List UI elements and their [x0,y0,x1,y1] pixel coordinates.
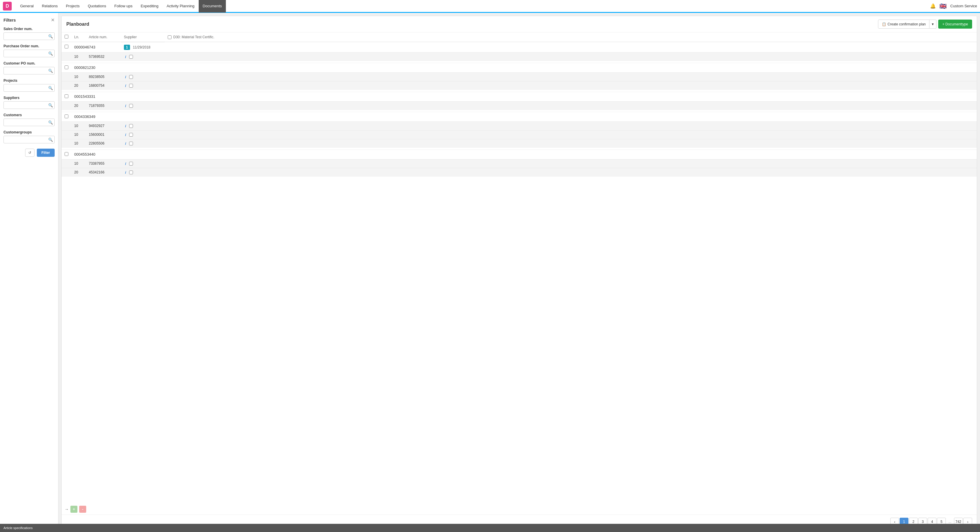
order-header-row[interactable]: 0001543331 [62,92,977,101]
line-article-num: 89238505 [86,72,121,81]
line-checkbox-cell [62,72,71,81]
filter-input-suppliers[interactable] [3,101,55,109]
filter-input-wrap-sales-order: 🔍 [3,32,55,40]
info-button[interactable]: i [124,141,127,146]
line-info-cell: i [121,139,165,148]
order-header-row[interactable]: 0000821230 [62,63,977,72]
line-checkbox-cell [62,101,71,110]
order-select-checkbox[interactable] [65,152,68,156]
info-button[interactable]: i [124,133,127,137]
line-d30-checkbox[interactable] [129,75,133,79]
nav-item-projects[interactable]: Projects [62,0,84,13]
create-plan-group: 📋 Create confirmation plan ▾ [878,19,937,29]
nav-item-follow-ups[interactable]: Follow ups [110,0,137,13]
language-flag-icon[interactable]: 🇬🇧 [939,3,947,10]
search-icon-customergroups[interactable]: 🔍 [48,138,53,142]
sidebar-close-icon[interactable]: ✕ [51,17,55,23]
info-button[interactable]: i [124,55,127,59]
info-button[interactable]: i [124,75,127,79]
filter-input-sales-order[interactable] [3,32,55,40]
remove-row-button[interactable]: - [79,506,86,513]
notification-bell-icon[interactable]: 🔔 [930,3,936,9]
filter-input-customergroups[interactable] [3,136,55,143]
order-line-row[interactable]: 2016800754i [62,81,977,90]
th-supplier: Supplier [121,32,165,42]
nav-item-general[interactable]: General [16,0,38,13]
line-d30-checkbox[interactable] [129,170,133,174]
nav-item-expediting[interactable]: Expediting [137,0,162,13]
search-icon-sales-order[interactable]: 🔍 [48,34,53,38]
line-d30-checkbox[interactable] [129,141,133,145]
main-header: Planboard 📋 Create confirmation plan ▾ +… [62,16,977,32]
line-d30-checkbox[interactable] [129,133,133,137]
search-icon-customer-po[interactable]: 🔍 [48,68,53,73]
info-button[interactable]: i [124,170,127,175]
nav-item-documents[interactable]: Documents [199,0,226,13]
line-checkbox-cell [62,139,71,148]
add-documenttype-button[interactable]: + Documenttype [938,19,972,29]
search-icon-purchase-order[interactable]: 🔍 [48,51,53,56]
sidebar-header: Filters ✕ [3,17,55,23]
top-navigation: D General Relations Projects Quotations … [0,0,980,13]
filter-input-customer-po[interactable] [3,67,55,75]
line-d30-checkbox[interactable] [129,84,133,87]
arrow-right-button[interactable]: → [65,507,68,511]
order-number: 0000821230 [74,65,95,70]
bottom-bar: Article specifications [0,524,980,532]
article-specs-label: Article specifications [3,526,33,530]
select-all-checkbox[interactable] [65,35,68,38]
create-confirmation-plan-button[interactable]: 📋 Create confirmation plan [878,19,930,29]
nav-item-activity-planning[interactable]: Activity Planning [162,0,198,13]
search-icon-customers[interactable]: 🔍 [48,120,53,125]
line-d30-checkbox[interactable] [129,124,133,128]
order-line-row[interactable]: 2045342166i [62,168,977,177]
line-article-num: 71879355 [86,101,121,110]
th-article-num: Article num. [86,32,121,42]
line-info-cell: i [121,101,165,110]
order-badge-date-cell [121,92,165,97]
order-line-row[interactable]: 1022805506i [62,139,977,148]
line-d30-checkbox[interactable] [129,162,133,165]
order-line-row[interactable]: 1015600001i [62,130,977,139]
info-button[interactable]: i [124,104,127,108]
order-select-checkbox[interactable] [65,114,68,118]
line-d30-checkbox[interactable] [129,104,133,108]
th-d30: D30: Material Test Certific. [165,32,977,42]
filter-button[interactable]: Filter [37,149,55,157]
nav-item-relations[interactable]: Relations [38,0,62,13]
order-line-row[interactable]: 1089238505i [62,72,977,81]
th-d30-checkbox[interactable] [168,35,172,39]
order-header-row[interactable]: 0000046743111/29/2018 [62,42,977,52]
order-select-checkbox[interactable] [65,94,68,98]
info-button[interactable]: i [124,162,127,166]
line-d30-checkbox[interactable] [129,55,133,59]
filter-input-wrap-customergroups: 🔍 [3,136,55,143]
order-header-row[interactable]: 0004336349 [62,112,977,121]
search-icon-suppliers[interactable]: 🔍 [48,103,53,108]
line-article-num: 57369532 [86,52,121,61]
order-line-row[interactable]: 1057369532i [62,52,977,61]
order-line-row[interactable]: 1073387955i [62,159,977,168]
reset-button[interactable]: ↺ [25,149,35,157]
filter-input-projects[interactable] [3,84,55,92]
info-button[interactable]: i [124,124,127,128]
order-line-row[interactable]: 1094932927i [62,121,977,130]
add-row-button[interactable]: + [70,506,78,513]
filter-input-customers[interactable] [3,119,55,126]
filter-group-projects: Projects 🔍 [3,79,55,92]
app-logo[interactable]: D [3,2,12,11]
sidebar-title: Filters [3,18,16,22]
main-layout: Filters ✕ Sales Order num. 🔍 Purchase Or… [0,13,980,532]
filter-input-purchase-order[interactable] [3,50,55,57]
nav-item-quotations[interactable]: Quotations [84,0,110,13]
bottom-bar-article-specs[interactable]: Article specifications [3,526,33,530]
order-line-row[interactable]: 2071879355i [62,101,977,110]
create-plan-dropdown-button[interactable]: ▾ [929,19,937,29]
order-select-checkbox[interactable] [65,44,68,48]
line-article-num: 22805506 [86,139,121,148]
filter-input-wrap-customer-po: 🔍 [3,67,55,75]
info-button[interactable]: i [124,84,127,88]
search-icon-projects[interactable]: 🔍 [48,86,53,90]
order-header-row[interactable]: 0004553440 [62,149,977,159]
order-select-checkbox[interactable] [65,65,68,69]
